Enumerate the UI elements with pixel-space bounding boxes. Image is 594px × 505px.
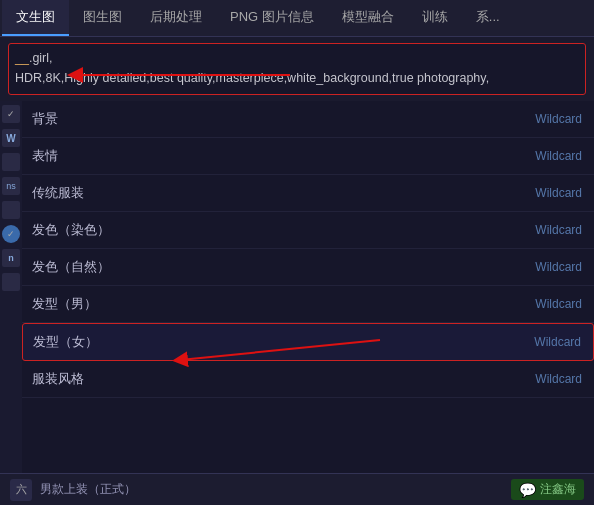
sidebar-check-icon[interactable]: ✓: [2, 105, 20, 123]
sidebar-empty2-icon: [2, 273, 20, 291]
list-item[interactable]: 背景 Wildcard: [22, 101, 594, 138]
list-item[interactable]: 表情 Wildcard: [22, 138, 594, 175]
item-label-faxing-nv: 发型（女）: [33, 333, 534, 351]
list-item[interactable]: 发色（染色） Wildcard: [22, 212, 594, 249]
list-item[interactable]: 服装风格 Wildcard: [22, 361, 594, 398]
prompt-text: __.girl,HDR,8K,Highly detailed,best qual…: [15, 48, 579, 88]
bottom-section-icon: 六: [10, 479, 32, 501]
left-sidebar: ✓ W ns ✓ n: [0, 101, 22, 491]
item-label-chuantong: 传统服装: [32, 184, 535, 202]
wechat-icon: 💬: [519, 482, 536, 498]
item-wildcard-faziran: Wildcard: [535, 260, 584, 274]
tab-png[interactable]: PNG 图片信息: [216, 0, 328, 36]
sidebar-ns-icon[interactable]: ns: [2, 177, 20, 195]
item-wildcard-faxing-nv: Wildcard: [534, 335, 583, 349]
item-label-biaoqing: 表情: [32, 147, 535, 165]
sidebar-check2-icon[interactable]: ✓: [2, 225, 20, 243]
tab-xunlian[interactable]: 训练: [408, 0, 462, 36]
item-label-fanse: 发色（染色）: [32, 221, 535, 239]
prompt-area[interactable]: __.girl,HDR,8K,Highly detailed,best qual…: [8, 43, 586, 95]
item-wildcard-biaoqing: Wildcard: [535, 149, 584, 163]
sidebar-n-icon[interactable]: n: [2, 249, 20, 267]
sidebar-empty1-icon: [2, 201, 20, 219]
item-wildcard-fuzhuang: Wildcard: [535, 372, 584, 386]
tab-tusheng[interactable]: 图生图: [69, 0, 136, 36]
list-item[interactable]: 发型（男） Wildcard: [22, 286, 594, 323]
item-label-faziran: 发色（自然）: [32, 258, 535, 276]
list-area: 背景 Wildcard 表情 Wildcard 传统服装 Wildcard 发色…: [22, 101, 594, 491]
bottom-item-label: 男款上装（正式）: [40, 481, 136, 498]
list-item[interactable]: 传统服装 Wildcard: [22, 175, 594, 212]
sidebar-w-icon[interactable]: W: [2, 129, 20, 147]
item-wildcard-fanse: Wildcard: [535, 223, 584, 237]
tab-moxing[interactable]: 模型融合: [328, 0, 408, 36]
tab-more[interactable]: 系...: [462, 0, 514, 36]
list-item-highlighted[interactable]: 发型（女） Wildcard: [22, 323, 594, 361]
tab-houqi[interactable]: 后期处理: [136, 0, 216, 36]
item-wildcard-faxing-nan: Wildcard: [535, 297, 584, 311]
tab-wensheng[interactable]: 文生图: [2, 0, 69, 36]
wechat-label: 注鑫海: [540, 481, 576, 498]
wechat-button[interactable]: 💬 注鑫海: [511, 479, 584, 500]
bottom-bar: 六 男款上装（正式） 💬 注鑫海: [0, 473, 594, 505]
item-label-faxing-nan: 发型（男）: [32, 295, 535, 313]
item-wildcard-beijing: Wildcard: [535, 112, 584, 126]
item-label-beijing: 背景: [32, 110, 535, 128]
main-content: ✓ W ns ✓ n 背景 Wildcard 表情 Wildcard 传统服装 …: [0, 101, 594, 491]
sidebar-small-icon[interactable]: [2, 153, 20, 171]
list-item[interactable]: 发色（自然） Wildcard: [22, 249, 594, 286]
item-wildcard-chuantong: Wildcard: [535, 186, 584, 200]
item-label-fuzhuang: 服装风格: [32, 370, 535, 388]
tab-bar: 文生图 图生图 后期处理 PNG 图片信息 模型融合 训练 系...: [0, 0, 594, 37]
